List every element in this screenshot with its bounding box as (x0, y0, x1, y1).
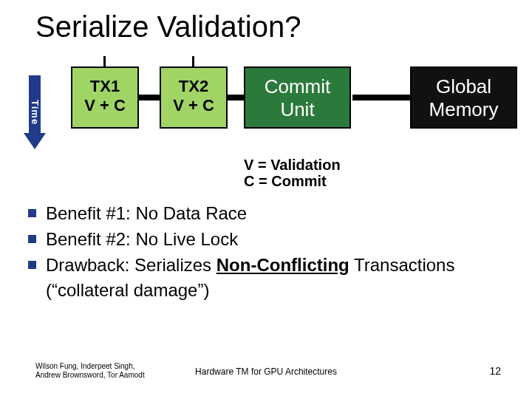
legend-line1: V = Validation (244, 157, 341, 173)
bullet-text-pre: Drawback: Serializes (46, 255, 216, 275)
commit-line1: Commit (245, 75, 349, 98)
tx2-label: TX2 (161, 77, 226, 96)
commit-unit-box: Commit Unit (244, 66, 351, 129)
slide: Serialize Validation? Time TX1 V + C TX2… (0, 0, 532, 399)
tick-mark (103, 56, 106, 66)
global-memory-box: Global Memory (410, 66, 517, 129)
global-line2: Memory (412, 98, 516, 121)
global-line1: Global (412, 75, 516, 98)
bullet-text: Benefit #1: No Data Race (46, 203, 247, 223)
bullet-item: Benefit #1: No Data Race (24, 201, 511, 227)
time-label: Time (29, 90, 41, 134)
tx1-sub: V + C (72, 96, 137, 115)
footer-center: Hardware TM for GPU Architectures (0, 366, 532, 377)
tick-mark (192, 56, 194, 66)
legend: V = Validation C = Commit (244, 157, 341, 189)
diagram: Time TX1 V + C TX2 V + C Commit Unit Glo… (15, 66, 517, 163)
page-title: Serialize Validation? (35, 10, 301, 44)
connector-line (139, 95, 160, 100)
bullet-item: Benefit #2: No Live Lock (24, 227, 511, 253)
bullet-text-underline: Non-Conflicting (216, 255, 349, 275)
tx1-box: TX1 V + C (71, 66, 139, 129)
legend-line2: C = Commit (244, 173, 341, 189)
bullet-list: Benefit #1: No Data Race Benefit #2: No … (24, 201, 511, 304)
time-arrow: Time (24, 75, 46, 149)
bullet-item: Drawback: Serializes Non-Conflicting Tra… (24, 253, 511, 304)
tx2-sub: V + C (161, 96, 226, 115)
page-number: 12 (489, 365, 501, 377)
arrow-head-icon (24, 133, 46, 149)
connector-line (352, 95, 410, 100)
tx1-label: TX1 (72, 77, 137, 96)
connector-line (228, 95, 244, 100)
bullet-text: Benefit #2: No Live Lock (46, 229, 238, 249)
commit-line2: Unit (245, 98, 349, 121)
tx2-box: TX2 V + C (160, 66, 228, 129)
